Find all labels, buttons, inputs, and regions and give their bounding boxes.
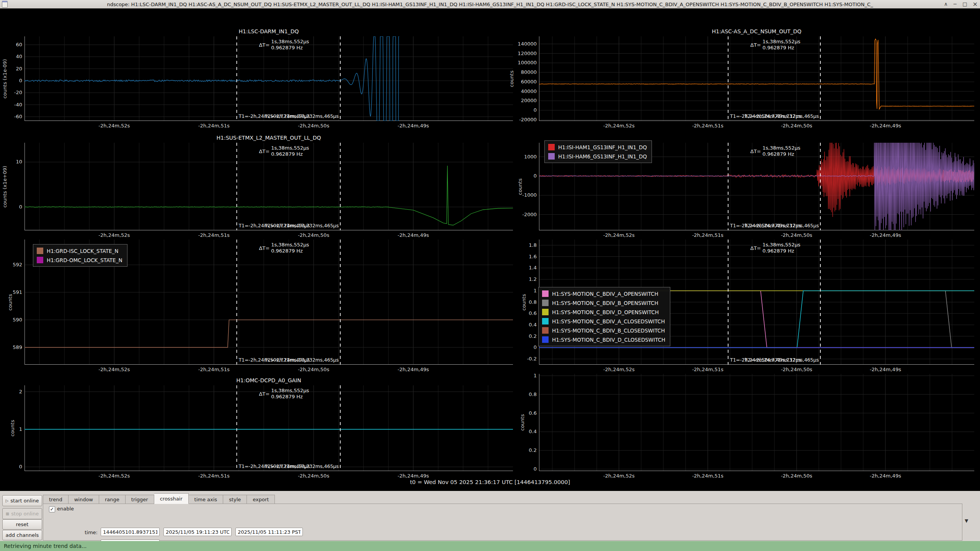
x-tick-label: -2h,24m,52s [89,232,139,238]
x-tick-label: -2h,24m,50s [772,367,822,372]
button-stop-online[interactable]: ■stop online [2,508,42,519]
delta-t-annotation: ΔT=1s,38ms,552µs0.962879 Hz [259,242,309,254]
tab-trigger[interactable]: trigger [126,495,154,504]
delta-t-annotation: ΔT=1s,38ms,552µs0.962879 Hz [259,388,309,400]
y-tick-label: 0.6 [512,410,537,416]
delta-t-frequency: 0.962879 Hz [271,394,309,400]
tab-time-axis[interactable]: time axis [189,495,224,504]
tab-crosshair[interactable]: crosshair [154,493,189,504]
y-tick-label: 0 [0,204,22,210]
y-tick-label: 0 [512,173,537,179]
crosshair-t2-label: T2=-2h,24m,49s,732ms,465µs [259,113,339,119]
x-tick-label: -2h,24m,49s [389,232,438,238]
x-tick-label: -2h,24m,51s [189,473,239,479]
y-tick-label: 590 [0,317,22,323]
legend-item: H1:SYS-MOTION_C_BDIV_B_CLOSEDSWITCH [542,327,665,334]
chevron-down-icon[interactable]: ▼ [965,518,968,523]
delta-t-annotation: ΔT=1s,38ms,552µs0.962879 Hz [259,145,309,157]
x-tick-label: -2h,24m,51s [683,473,733,479]
plot-title: H1:OMC-DCPD_A0_GAIN [24,377,513,383]
crosshair-t2-label: T2=-2h,24m,49s,732ms,465µs [259,357,339,363]
x-tick-label: -2h,24m,49s [861,367,910,372]
x-tick-label: -2h,24m,51s [683,123,733,129]
trace [24,166,513,225]
tab-window[interactable]: window [69,495,99,504]
y-tick-label: 0.8 [512,299,537,305]
y-tick-label: 1.2 [512,276,537,282]
delta-t-prefix: ΔT= [750,42,761,48]
button-add-channels[interactable]: add channels [2,530,42,540]
x-tick-label: -2h,24m,49s [389,367,438,372]
y-tick-label: 60 [0,42,22,47]
plot-title: H1:SUS-ETMX_L2_MASTER_OUT_LL_DQ [24,135,513,141]
delta-t-frequency: 0.962879 Hz [271,45,309,51]
legend-item: H1:SYS-MOTION_C_BDIV_A_OPENSWITCH [542,290,665,297]
legend-swatch [542,318,549,324]
delta-t-prefix: ΔT= [259,245,270,251]
legend-swatch [542,336,549,343]
crosshair-time-utc-input[interactable] [163,528,232,536]
y-axis-label: counts (x1e+09) [2,166,8,207]
crosshair-time-local-input[interactable] [235,528,303,536]
button-reset[interactable]: reset [2,519,42,530]
y-tick-label: 140000 [512,41,537,47]
y-tick-label: 20000 [512,98,537,103]
legend-channel-label: H1:ISI-HAM1_GS13INF_H1_IN1_DQ [558,144,647,150]
legend-channel-label: H1:SYS-MOTION_C_BDIV_B_OPENSWITCH [552,300,658,306]
x-tick-label: -2h,24m,51s [189,232,239,238]
x-tick-label: -2h,24m,51s [683,367,733,372]
y-axis-label: counts [7,294,13,310]
legend-swatch [548,153,555,160]
y-tick-label: 60000 [512,79,537,85]
time-field-label: time: [76,530,98,535]
tab-trend[interactable]: trend [43,495,69,504]
close-icon[interactable]: × [973,0,978,8]
plot-legend: H1:SYS-MOTION_C_BDIV_A_OPENSWITCHH1:SYS-… [538,287,670,346]
play-icon: ▷ [6,499,9,503]
tab-range[interactable]: range [99,495,126,504]
x-tick-label: -2h,24m,49s [389,123,438,129]
button-start-online[interactable]: ▷start online [2,495,42,506]
stop-icon: ■ [6,512,9,516]
y-tick-label: 0.2 [512,333,537,339]
y-tick-label: -60 [0,114,22,119]
y-tick-label: 10 [0,159,22,165]
delta-t-value: 1s,38ms,552µs [271,39,309,45]
legend-item: H1:GRD-ISC_LOCK_STATE_N [37,248,122,254]
y-tick-label: 40000 [512,88,537,94]
x-tick-label: -2h,24m,52s [594,367,644,372]
y-tick-label: 0 [0,78,22,83]
delta-t-value: 1s,38ms,552µs [271,242,309,248]
y-tick-label: 589 [0,344,22,350]
x-tick-label: -2h,24m,52s [594,232,644,238]
x-tick-label: -2h,24m,50s [289,473,338,479]
legend-channel-label: H1:GRD-OMC_LOCK_STATE_N [47,257,122,263]
legend-item: H1:SYS-MOTION_C_BDIV_D_CLOSEDSWITCH [542,336,665,343]
button-label: start online [10,498,39,504]
y-tick-label: 0 [512,466,537,472]
delta-t-frequency: 0.962879 Hz [271,248,309,254]
legend-item: H1:SYS-MOTION_C_BDIV_D_OPENSWITCH [542,309,665,315]
y-tick-label: -20 [0,90,22,95]
legend-swatch [37,248,43,254]
enable-checkbox[interactable]: ✓ [49,506,55,512]
tab-export[interactable]: export [247,495,275,504]
x-tick-label: -2h,24m,50s [289,123,338,129]
keep-above-icon[interactable]: ∧ [944,0,948,8]
x-tick-label: -2h,24m,49s [861,473,910,479]
delta-t-annotation: ΔT=1s,38ms,552µs0.962879 Hz [750,39,800,51]
legend-channel-label: H1:SYS-MOTION_C_BDIV_B_CLOSEDSWITCH [552,328,665,334]
y-axis-label: counts [519,414,525,430]
minimize-icon[interactable]: − [953,0,957,8]
plot-grid: t0 = Wed Nov 05 2025 21:36:17 UTC [14464… [0,8,980,491]
maximize-icon[interactable]: □ [962,0,967,8]
crosshair-time-gps-input[interactable] [101,528,160,536]
plot-canvas[interactable] [539,374,974,471]
delta-t-annotation: ΔT=1s,38ms,552µs0.962879 Hz [750,242,800,254]
legend-item: H1:ISI-HAM6_GS13INF_H1_IN1_DQ [548,153,647,160]
tab-style[interactable]: style [223,495,247,504]
y-tick-label: 0.4 [512,322,537,328]
y-tick-label: 0 [512,107,537,113]
plot-legend: H1:GRD-ISC_LOCK_STATE_NH1:GRD-OMC_LOCK_S… [33,244,127,267]
delta-t-annotation: ΔT=1s,38ms,552µs0.962879 Hz [259,39,309,51]
